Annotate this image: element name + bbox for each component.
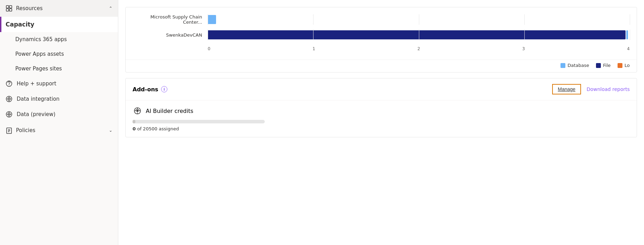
sidebar-item-dynamics[interactable]: Dynamics 365 apps (0, 32, 118, 47)
legend-lo-label: Lo (625, 63, 630, 68)
legend-lo-dot (618, 63, 622, 68)
addons-actions: Manage Download reports (552, 84, 630, 94)
sidebar-item-capacity[interactable]: Capacity (0, 17, 118, 32)
chart-row2-bar (208, 30, 626, 39)
ai-builder-progress-fill (133, 120, 135, 123)
axis-label-4: 4 (627, 46, 630, 51)
chart-area: Microsoft Supply Chain Center... SwenkaD… (126, 7, 637, 60)
axis-label-0: 0 (208, 46, 210, 51)
svg-rect-1 (9, 6, 12, 8)
legend-database-dot (560, 63, 565, 68)
policies-icon (6, 127, 13, 134)
assigned-of-text: of (137, 126, 143, 131)
chart-row-2: SwenkaDevCAN (133, 30, 630, 40)
data-integration-icon (6, 95, 13, 102)
sidebar-item-data-preview[interactable]: Data (preview) (0, 107, 118, 122)
sidebar-item-help[interactable]: Help + support (0, 76, 118, 91)
chart-row1-bar (208, 15, 216, 24)
sidebar-policies-header[interactable]: Policies ⌄ (0, 122, 118, 139)
capacity-label: Capacity (6, 21, 34, 28)
data-preview-icon (6, 111, 13, 118)
ai-builder-progress-bar (133, 120, 265, 123)
power-pages-label: Power Pages sites (15, 66, 62, 72)
addons-header: Add-ons i Manage Download reports (126, 78, 637, 100)
dynamics-label: Dynamics 365 apps (15, 36, 67, 43)
addons-body: AI Builder credits 0 of 20500 assigned (126, 100, 637, 137)
legend-file-dot (596, 63, 601, 68)
assigned-label: assigned (159, 126, 179, 131)
legend-area: Database File Lo (126, 60, 637, 72)
svg-rect-0 (6, 6, 9, 8)
addons-section: Add-ons i Manage Download reports (125, 78, 637, 137)
addons-info-icon[interactable]: i (161, 86, 167, 92)
policies-chevron-icon: ⌄ (109, 128, 112, 133)
chart-row2-bar-overflow (626, 30, 628, 39)
chart-axis-labels: 0 1 2 3 4 (208, 45, 630, 54)
chart-row1-bar-container (208, 14, 630, 25)
help-icon (6, 80, 13, 87)
sidebar-item-data-integration[interactable]: Data integration (0, 91, 118, 107)
policies-label: Policies (16, 127, 35, 133)
sidebar-resources-header[interactable]: Resources ⌃ (0, 0, 118, 17)
legend-file-label: File (603, 63, 611, 68)
chart-row2-bar-container (208, 30, 630, 40)
chart-row1-label: Microsoft Supply Chain Center... (133, 14, 202, 25)
addons-label: Add-ons (133, 86, 158, 93)
legend-file: File (596, 63, 611, 68)
main-content: Microsoft Supply Chain Center... SwenkaD… (118, 0, 644, 245)
chart-row2-label: SwenkaDevCAN (133, 32, 202, 38)
axis-label-2: 2 (418, 46, 420, 51)
chart-row-1: Microsoft Supply Chain Center... (133, 14, 630, 25)
assigned-number: 0 (133, 126, 136, 131)
resources-label: Resources (16, 5, 43, 12)
svg-rect-2 (6, 9, 9, 11)
sidebar-item-power-pages[interactable]: Power Pages sites (0, 61, 118, 76)
legend-lo: Lo (618, 63, 630, 68)
ai-builder-assigned-text: 0 of 20500 assigned (133, 126, 630, 131)
download-reports-link[interactable]: Download reports (587, 86, 630, 92)
data-preview-label: Data (preview) (17, 111, 55, 117)
chart-axis: 0 1 2 3 4 (208, 45, 630, 56)
legend-database: Database (560, 63, 589, 68)
ai-builder-header: AI Builder credits (133, 106, 630, 116)
manage-button[interactable]: Manage (552, 84, 581, 94)
legend-database-label: Database (567, 63, 589, 68)
ai-builder-label: AI Builder credits (146, 108, 193, 114)
sidebar: Resources ⌃ Capacity Dynamics 365 apps P… (0, 0, 118, 245)
svg-rect-3 (9, 9, 12, 11)
chart-section: Microsoft Supply Chain Center... SwenkaD… (125, 7, 637, 72)
axis-label-3: 3 (522, 46, 525, 51)
sidebar-item-power-apps[interactable]: Power Apps assets (0, 47, 118, 61)
resources-icon (6, 5, 13, 12)
power-apps-label: Power Apps assets (15, 51, 64, 57)
ai-builder-icon (133, 106, 142, 116)
resources-chevron-icon: ⌃ (109, 6, 112, 11)
axis-label-1: 1 (312, 46, 315, 51)
addons-title: Add-ons i (133, 86, 167, 93)
help-label: Help + support (17, 81, 56, 87)
assigned-total: 20500 (143, 126, 157, 131)
svg-point-9 (136, 110, 138, 112)
data-integration-label: Data integration (17, 96, 59, 102)
